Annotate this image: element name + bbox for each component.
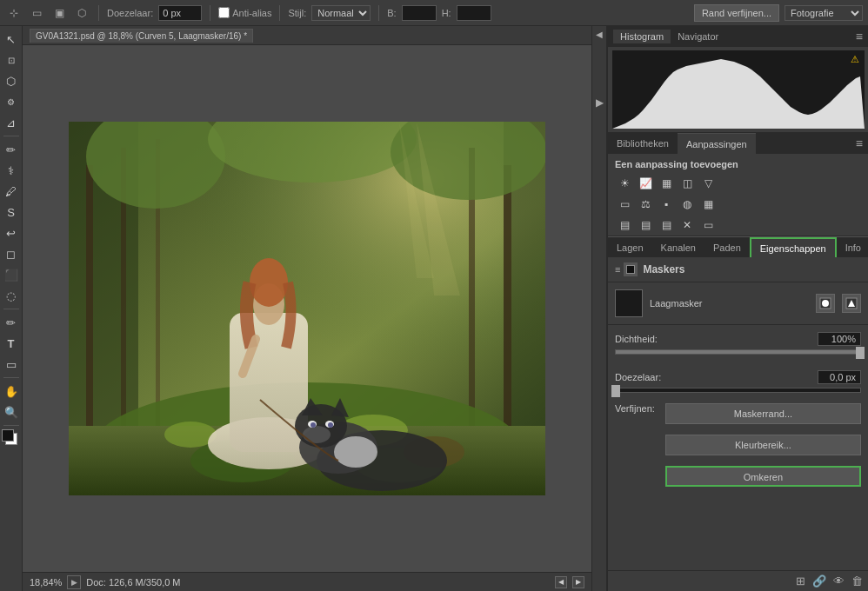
svg-point-33 <box>328 422 333 428</box>
type-tool[interactable]: T <box>2 334 21 353</box>
clone-stamp-tool[interactable]: S <box>2 203 21 222</box>
color-balance-icon[interactable]: ⚖ <box>636 196 655 213</box>
zoom-tool[interactable]: 🔍 <box>2 402 21 422</box>
style-select[interactable]: Normaal <box>311 5 371 21</box>
dichtheid-track[interactable] <box>615 349 861 355</box>
nav-prev[interactable]: ◀ <box>555 576 567 588</box>
quick-select-tool[interactable]: ⚙ <box>2 92 21 111</box>
gradient-map-icon[interactable]: ▽ <box>698 175 718 192</box>
move-tool[interactable]: ↖ <box>2 30 21 49</box>
link-icon[interactable]: 🔗 <box>812 574 826 588</box>
pixel-mask-button[interactable] <box>816 294 835 313</box>
channel-mix-icon[interactable]: ▤ <box>636 216 655 234</box>
invert-icon[interactable]: ▤ <box>657 216 676 234</box>
rect-icon[interactable]: ▭ <box>28 4 45 22</box>
eraser-tool[interactable]: ◻ <box>2 244 21 263</box>
h-label: H: <box>442 8 451 18</box>
exposure-icon[interactable]: ◫ <box>678 175 697 192</box>
histogram-tab[interactable]: Histogram <box>613 30 671 43</box>
foreground-color-swatch[interactable] <box>2 429 14 442</box>
marquee-tool-icon[interactable]: ⊹ <box>5 4 23 22</box>
aanpassingen-tab[interactable]: Aanpassingen <box>678 133 756 154</box>
refine-button[interactable]: Rand verfijnen... <box>694 4 779 22</box>
paden-tab[interactable]: Paden <box>704 237 750 257</box>
maskers-icon: ≡ <box>615 264 620 275</box>
laagmasker-row: Laagmasker <box>608 282 868 325</box>
doezelaar-label: Doezelaar: <box>615 372 661 382</box>
toolbar-separator3 <box>279 5 280 21</box>
eye-icon[interactable]: 👁 <box>833 574 845 588</box>
dichtheid-value[interactable]: 100% <box>818 332 861 346</box>
histogram-menu-icon[interactable]: ≡ <box>856 30 863 43</box>
vibrance-icon[interactable]: ▤ <box>615 216 634 234</box>
adjustments-menu-icon[interactable]: ≡ <box>856 136 863 150</box>
b-label: B: <box>387 8 396 18</box>
delete-icon[interactable]: 🗑 <box>851 574 863 588</box>
toolbar-separator2 <box>210 5 210 21</box>
kleurbereik-button[interactable]: Kleurbereik... <box>665 435 861 455</box>
dichtheid-thumb[interactable] <box>856 347 865 359</box>
hand-tool[interactable]: ✋ <box>2 382 21 401</box>
ellipse-icon[interactable]: ⬡ <box>73 4 90 22</box>
marquee-input[interactable] <box>158 5 202 21</box>
lagen-tab[interactable]: Lagen <box>608 237 652 257</box>
blur-tool[interactable]: ◌ <box>2 286 21 305</box>
histogram-display: ⚠ <box>612 50 865 129</box>
mask-small-icon <box>624 262 638 276</box>
svg-point-36 <box>822 300 829 307</box>
bibliotheken-tab[interactable]: Bibliotheken <box>608 133 678 154</box>
eigenschappen-content: ≡ Maskers Laagmasker <box>608 257 868 570</box>
shape-tool[interactable]: ▭ <box>2 355 21 374</box>
doezelaar-thumb[interactable] <box>611 385 620 397</box>
navigator-tab[interactable]: Navigator <box>671 30 725 43</box>
brightness-icon[interactable]: ☀ <box>615 175 634 192</box>
maskerrand-button[interactable]: Maskerrand... <box>665 403 861 424</box>
posterize-icon[interactable]: ▦ <box>698 196 718 213</box>
gradient-tool[interactable]: ⬛ <box>2 265 21 284</box>
vector-mask-button[interactable] <box>842 294 861 313</box>
kanalen-tab[interactable]: Kanalen <box>652 237 704 257</box>
omkeren-button[interactable]: Omkeren <box>665 466 861 487</box>
histogram-tabs: Histogram Navigator ≡ <box>608 26 868 47</box>
info-tab[interactable]: Info <box>838 237 868 257</box>
path-tool[interactable]: ✏ <box>2 313 21 332</box>
collapse-icon[interactable]: ◀ <box>596 30 603 39</box>
canvas-tab[interactable]: GV0A1321.psd @ 18,8% (Curven 5, Laagmask… <box>30 29 253 43</box>
photo-filter-icon[interactable]: ◍ <box>678 196 697 213</box>
workspace-select[interactable]: Fotografie <box>785 5 863 21</box>
b-input[interactable] <box>402 5 437 21</box>
adj-icons-row2: ▭ ⚖ ▪ ◍ ▦ <box>608 194 868 215</box>
history-brush-tool[interactable]: ↩ <box>2 223 21 242</box>
doezelaar-value[interactable]: 0,0 px <box>818 370 861 384</box>
brush-tool[interactable]: 🖊 <box>2 182 21 201</box>
eigenschappen-tab[interactable]: Eigenschappen <box>750 237 837 257</box>
play-icon[interactable]: ▶ <box>596 96 604 109</box>
crop-tool[interactable]: ⊿ <box>2 113 21 132</box>
canvas-content[interactable] <box>23 45 591 572</box>
eyedropper-tool[interactable]: ✏ <box>2 140 21 159</box>
new-layer-icon[interactable]: ⊞ <box>796 574 805 588</box>
main-area: ↖ ⊡ ⬡ ⚙ ⊿ ✏ ⚕ 🖊 S ↩ ◻ ⬛ ◌ ✏ T ▭ ✋ 🔍 GV0A… <box>0 26 868 591</box>
bw-icon[interactable]: ▪ <box>657 196 676 213</box>
doezelaar-track[interactable] <box>615 388 861 393</box>
hue-sat-icon[interactable]: ▭ <box>615 196 634 213</box>
photo-svg <box>69 122 545 495</box>
canvas-tab-bar: GV0A1321.psd @ 18,8% (Curven 5, Laagmask… <box>23 26 591 45</box>
lasso-tool[interactable]: ⬡ <box>2 71 21 90</box>
h-input[interactable] <box>457 5 491 21</box>
status-icon[interactable]: ▶ <box>67 575 81 589</box>
round-rect-icon[interactable]: ▣ <box>50 4 68 22</box>
adjustments-tabs: Bibliotheken Aanpassingen ≡ <box>608 133 868 154</box>
laagmasker-thumbnail[interactable] <box>615 289 643 317</box>
marquee-tool[interactable]: ⊡ <box>2 50 21 70</box>
anti-alias-checkbox[interactable] <box>218 7 230 18</box>
curves-icon[interactable]: 📈 <box>636 175 655 192</box>
nav-next[interactable]: ▶ <box>572 576 584 588</box>
canvas-area: GV0A1321.psd @ 18,8% (Curven 5, Laagmask… <box>23 26 591 591</box>
threshold-icon[interactable]: ✕ <box>678 216 697 234</box>
svg-point-32 <box>310 422 316 428</box>
levels-icon[interactable]: ▦ <box>657 175 676 192</box>
maskers-header: ≡ Maskers <box>608 257 868 282</box>
healing-brush-tool[interactable]: ⚕ <box>2 161 21 180</box>
solid-color-icon[interactable]: ▭ <box>698 216 718 234</box>
